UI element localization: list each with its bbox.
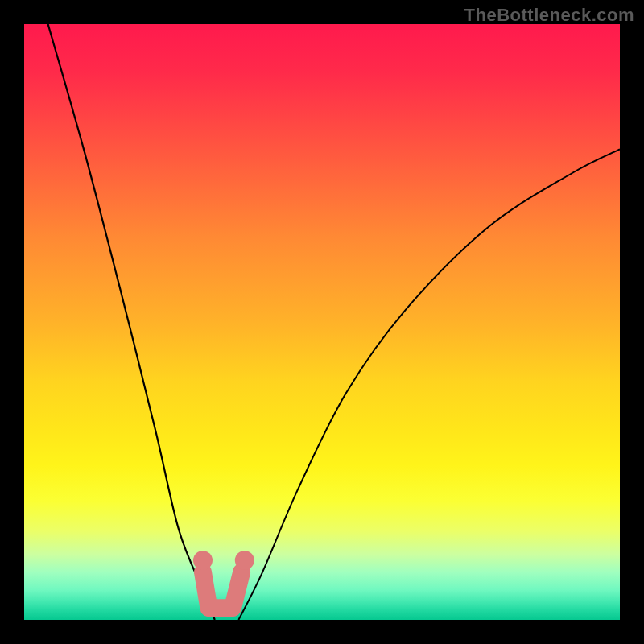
marker-layer xyxy=(24,24,620,620)
chart-container: TheBottleneck.com xyxy=(0,0,644,644)
plot-area xyxy=(24,24,620,620)
valley-marker-stroke xyxy=(203,572,242,608)
valley-dot-left xyxy=(193,551,213,570)
watermark-text: TheBottleneck.com xyxy=(464,5,634,26)
valley-dot-right xyxy=(235,551,254,570)
